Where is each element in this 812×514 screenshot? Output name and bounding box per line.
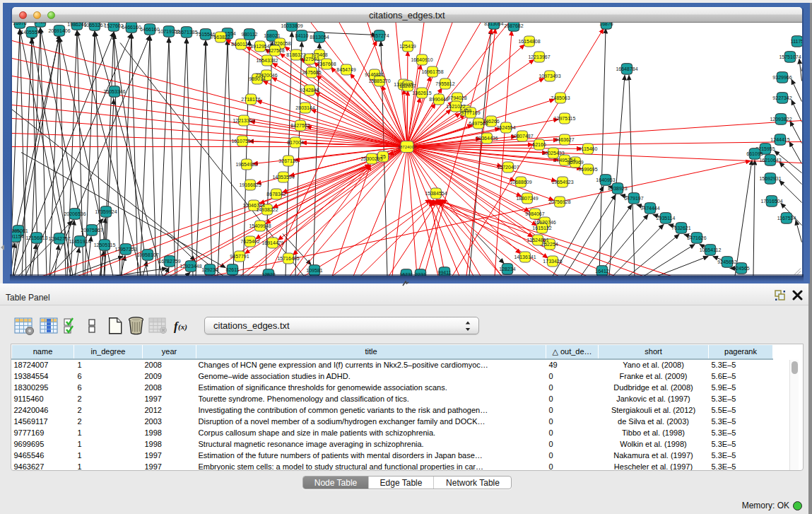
svg-text:12093822: 12093822	[770, 116, 792, 121]
svg-text:7663822: 7663822	[211, 34, 230, 39]
svg-text:746266: 746266	[483, 118, 499, 123]
svg-text:8938923: 8938923	[608, 185, 627, 190]
svg-text:82611: 82611	[226, 267, 240, 271]
svg-text:18807249: 18807249	[516, 195, 538, 200]
svg-text:1733426: 1733426	[543, 258, 562, 263]
svg-text:15409948: 15409948	[249, 223, 271, 228]
svg-text:16782759: 16782759	[158, 258, 180, 263]
svg-text:252254: 252254	[541, 241, 558, 246]
svg-text:6466160: 6466160	[140, 26, 159, 31]
svg-text:661095: 661095	[746, 151, 763, 156]
svg-text:15716485: 15716485	[277, 255, 299, 260]
svg-text:15226058: 15226058	[269, 40, 290, 45]
svg-text:16671385: 16671385	[175, 29, 197, 34]
svg-text:16154808: 16154808	[518, 38, 540, 43]
svg-text:16914479: 16914479	[261, 240, 283, 245]
svg-text:16648784: 16648784	[616, 66, 637, 71]
svg-text:8313054: 8313054	[484, 23, 503, 26]
svg-text:11175: 11175	[791, 38, 802, 43]
svg-text:18724007: 18724007	[398, 144, 417, 148]
svg-text:8990448: 8990448	[429, 96, 448, 101]
svg-text:16107554: 16107554	[231, 138, 253, 143]
svg-text:7357274: 7357274	[370, 33, 389, 37]
svg-text:1244415: 1244415	[770, 136, 789, 141]
svg-text:8813054: 8813054	[310, 34, 329, 39]
svg-text:10654112: 10654112	[700, 247, 722, 252]
svg-text:12923448: 12923448	[180, 263, 201, 268]
svg-text:12505115: 12505115	[94, 242, 116, 247]
svg-text:25300293: 25300293	[360, 156, 382, 160]
svg-text:2687682: 2687682	[504, 23, 523, 28]
svg-text:17359924: 17359924	[95, 209, 117, 214]
svg-text:10958107: 10958107	[136, 252, 158, 257]
svg-text:9463627: 9463627	[555, 136, 574, 141]
svg-text:16640910: 16640910	[411, 57, 433, 62]
svg-text:19166825: 19166825	[239, 182, 261, 187]
svg-text:84110: 84110	[295, 33, 309, 37]
svg-text:19654982: 19654982	[235, 161, 257, 166]
svg-text:10973493: 10973493	[539, 73, 560, 78]
svg-text:17016504: 17016504	[760, 198, 782, 203]
svg-text:980112: 980112	[242, 31, 258, 36]
svg-text:19654923: 19654923	[551, 179, 573, 184]
svg-text:16976: 16976	[13, 23, 27, 25]
svg-text:14353594: 14353594	[272, 174, 294, 179]
svg-text:8678342: 8678342	[266, 191, 286, 196]
svg-text:9227342: 9227342	[772, 95, 792, 100]
svg-text:16412: 16412	[595, 268, 609, 273]
svg-text:9327508: 9327508	[265, 47, 284, 52]
svg-text:25: 25	[380, 153, 386, 158]
svg-text:12156813: 12156813	[25, 235, 47, 240]
svg-text:125419: 125419	[399, 43, 416, 48]
svg-text:9327503: 9327503	[300, 56, 319, 61]
svg-text:16876: 16876	[599, 23, 613, 26]
svg-text:9457791: 9457791	[230, 253, 249, 258]
svg-text:8427552: 8427552	[290, 122, 310, 127]
svg-text:14055572: 14055572	[20, 29, 42, 34]
svg-text:4385061: 4385061	[12, 228, 28, 233]
svg-text:12213369: 12213369	[233, 117, 254, 122]
svg-text:3624554: 3624554	[496, 124, 515, 129]
svg-text:7485063: 7485063	[551, 95, 570, 100]
svg-text:7955812: 7955812	[435, 81, 454, 86]
svg-text:15692931: 15692931	[759, 175, 781, 180]
svg-text:99411: 99411	[438, 269, 452, 274]
svg-text:10653267: 10653267	[83, 23, 105, 28]
svg-text:7625402: 7625402	[240, 238, 259, 243]
svg-text:6466160: 6466160	[122, 24, 141, 29]
svg-text:16543382: 16543382	[256, 57, 278, 62]
svg-text:129234: 129234	[201, 267, 218, 271]
svg-text:25053346: 25053346	[103, 88, 125, 93]
svg-text:969969: 969969	[567, 159, 583, 164]
svg-text:15751074: 15751074	[779, 54, 801, 59]
svg-text:12942757: 12942757	[48, 235, 70, 240]
svg-text:2718176: 2718176	[241, 96, 260, 101]
svg-text:16210643: 16210643	[759, 157, 781, 162]
svg-text:20756928: 20756928	[548, 199, 570, 204]
svg-text:1527602: 1527602	[104, 23, 123, 28]
svg-text:9329966: 9329966	[772, 74, 792, 79]
svg-text:1615132: 1615132	[532, 225, 551, 230]
svg-text:14938222: 14938222	[256, 206, 278, 211]
svg-text:10807487: 10807487	[511, 133, 533, 138]
svg-text:9794028: 9794028	[447, 95, 466, 100]
svg-text:15384554: 15384554	[425, 190, 447, 195]
svg-text:16033809: 16033809	[281, 23, 302, 28]
svg-text:14136141: 14136141	[514, 254, 536, 259]
svg-text:(x): (x)	[178, 322, 187, 332]
svg-text:7632621: 7632621	[671, 225, 690, 230]
svg-text:132037: 132037	[399, 83, 416, 88]
svg-text:9474444: 9474444	[640, 205, 659, 210]
svg-text:989014: 989014	[249, 76, 265, 81]
svg-text:168021: 168021	[264, 33, 280, 37]
svg-text:1167534: 1167534	[777, 215, 796, 220]
svg-text:2803144: 2803144	[295, 105, 314, 110]
svg-text:20206536: 20206536	[64, 211, 86, 216]
svg-text:11451914: 11451914	[69, 238, 91, 243]
svg-text:20691406: 20691406	[48, 28, 70, 33]
svg-text:16961758: 16961758	[421, 69, 443, 74]
svg-text:128234: 128234	[499, 266, 515, 271]
svg-text:924565: 924565	[733, 265, 749, 270]
svg-text:2367608: 2367608	[317, 61, 336, 66]
svg-text:20364436: 20364436	[476, 135, 498, 140]
